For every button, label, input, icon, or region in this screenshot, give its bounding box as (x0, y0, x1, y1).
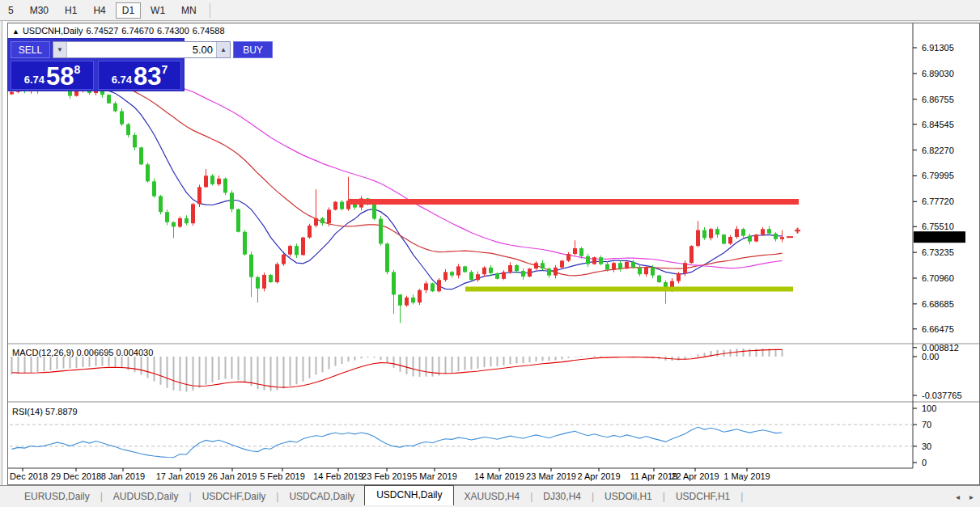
candle-body (126, 125, 130, 135)
candle-body (754, 234, 758, 241)
candle-body (236, 209, 240, 232)
tab-usdoil-h1[interactable]: USDOil,H1 (595, 488, 662, 505)
candle-body (741, 229, 745, 235)
candle-body (191, 204, 195, 223)
candle-body (592, 257, 596, 264)
candle-body (340, 202, 344, 209)
candle-body (230, 192, 234, 209)
buy-button[interactable]: BUY (233, 41, 273, 58)
candle-body (696, 230, 700, 247)
svg-text:6.86755: 6.86755 (922, 95, 954, 104)
svg-text:6.79995: 6.79995 (922, 171, 954, 180)
toolbar-divider (210, 3, 210, 18)
buy-price-display[interactable]: 6.74837 (98, 61, 181, 90)
svg-text:29 Dec 2018: 29 Dec 2018 (51, 471, 101, 481)
time-axis[interactable]: 20 Dec 201829 Dec 20188 Jan 201917 Jan 2… (8, 468, 770, 481)
price-chart-surface[interactable]: 6.913056.890306.867556.845456.822706.799… (8, 23, 979, 484)
sell-button[interactable]: SELL (11, 41, 50, 58)
macd-indicator-label: MACD(12,26,9) 0.006695 0.004030 (12, 348, 153, 357)
tab-xauusd-h4[interactable]: XAUUSD,H4 (454, 488, 529, 505)
timeframe-button-h1[interactable]: H1 (58, 2, 83, 19)
tab-usdcad-daily[interactable]: USDCAD,Daily (279, 488, 364, 505)
timeframe-button-m30[interactable]: M30 (23, 2, 55, 19)
svg-text:23 Mar 2019: 23 Mar 2019 (526, 471, 576, 481)
candle-body (495, 273, 499, 279)
candle-body (625, 262, 629, 268)
candle-body (728, 237, 732, 243)
buy-price-superscript: 7 (162, 63, 168, 76)
timeframe-button-mn[interactable]: MN (175, 2, 203, 19)
candle-body (709, 229, 713, 238)
tab-usdcnh-daily[interactable]: USDCNH,Daily (364, 485, 454, 505)
svg-text:5 Mar 2019: 5 Mar 2019 (412, 471, 457, 481)
candle-body (761, 229, 765, 234)
timeframe-button-5[interactable]: 5 (2, 2, 20, 19)
candle-body (217, 179, 221, 184)
svg-text:6.84545: 6.84545 (922, 120, 954, 129)
tab-eurusd-daily[interactable]: EURUSD,Daily (15, 488, 100, 505)
one-click-trading-panel: SELL ▼ ▲ BUY 6.74588 6.74837 (7, 38, 185, 91)
candle-body (450, 272, 454, 275)
price-axis[interactable]: 6.913056.890306.867556.845456.822706.799… (913, 43, 965, 334)
rsi-level-lines (10, 425, 913, 446)
candle-body (612, 263, 616, 269)
candle-body (631, 262, 635, 268)
tab-scroll-left-icon[interactable]: ◂ (956, 492, 960, 501)
timeframe-button-d1[interactable]: D1 (116, 2, 141, 19)
sell-price-display[interactable]: 6.74588 (11, 61, 94, 90)
volume-input[interactable] (67, 42, 216, 57)
svg-text:100: 100 (922, 403, 936, 413)
candle-body (327, 209, 331, 223)
window-left-frame (2, 21, 7, 485)
candle-body (547, 268, 551, 275)
candle-body (528, 268, 532, 277)
candle-body (560, 260, 564, 267)
timeframe-button-w1[interactable]: W1 (144, 2, 172, 19)
candle-body (269, 275, 273, 282)
ohlc-low: 6.74300 (157, 26, 189, 36)
svg-text:6.70960: 6.70960 (922, 273, 954, 283)
macd-axis[interactable]: 0.0088120.00-0.037765 (913, 343, 962, 400)
candle-body (573, 248, 577, 254)
tab-usdchf-daily[interactable]: USDCHF,Daily (193, 488, 276, 505)
volume-increase-button[interactable]: ▲ (216, 42, 230, 57)
tab-scroll-right-icon[interactable]: ▸ (969, 492, 974, 501)
candle-body (748, 236, 752, 242)
volume-decrease-button[interactable]: ▼ (53, 42, 67, 57)
candle-body (521, 271, 525, 277)
chart-symbol-label: USDCNH,Daily (23, 26, 83, 36)
candle-body (398, 294, 402, 305)
candle-body (418, 290, 422, 302)
candle-body (295, 246, 299, 255)
svg-text:1 May 2019: 1 May 2019 (723, 471, 770, 481)
tab-usdchf-h1[interactable]: USDCHF,H1 (666, 488, 740, 505)
candle-body (586, 256, 590, 264)
candle-body (715, 229, 719, 234)
candle-body (463, 266, 467, 272)
tab-audusd-daily[interactable]: AUDUSD,Daily (104, 488, 189, 505)
candle-body (249, 255, 253, 277)
candle-body (185, 218, 189, 223)
candle-body (133, 135, 137, 147)
buy-price-prefix: 6.74 (112, 74, 132, 86)
svg-text:0.00: 0.00 (922, 352, 939, 361)
rsi-axis[interactable]: 10070300 (913, 403, 936, 467)
tab-dj30-h4[interactable]: DJ30,H4 (533, 488, 591, 505)
candle-body (320, 218, 325, 223)
candle-body (178, 218, 182, 227)
collapse-panel-icon[interactable]: ▲ (12, 27, 19, 36)
svg-text:5 Feb 2019: 5 Feb 2019 (260, 471, 305, 481)
candle-body (333, 202, 337, 210)
candle-body (644, 268, 648, 274)
candle-body (489, 268, 493, 273)
svg-text:6.73235: 6.73235 (922, 247, 954, 257)
candle-body (385, 243, 389, 272)
tab-separator: | (740, 491, 743, 502)
svg-text:23 Feb 2019: 23 Feb 2019 (362, 471, 412, 481)
candle-body (534, 263, 538, 268)
svg-text:17 Jan 2019: 17 Jan 2019 (156, 471, 206, 481)
svg-text:8 Jan 2019: 8 Jan 2019 (101, 471, 145, 481)
candle-body (256, 277, 260, 289)
candle-body (541, 263, 545, 268)
timeframe-button-h4[interactable]: H4 (87, 2, 112, 19)
